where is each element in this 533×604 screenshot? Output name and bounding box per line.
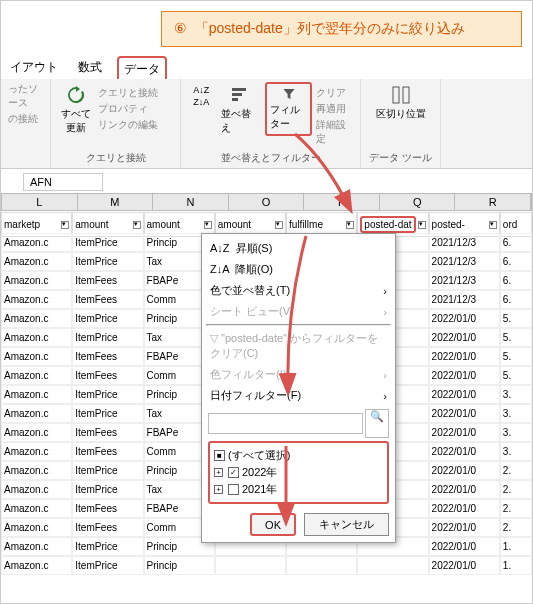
- cell[interactable]: 2022/01/0: [429, 461, 500, 480]
- cell[interactable]: 2022/01/0: [429, 366, 500, 385]
- cell[interactable]: 2.: [500, 461, 532, 480]
- cell[interactable]: 2.: [500, 499, 532, 518]
- cell[interactable]: 2022/01/0: [429, 537, 500, 556]
- cell[interactable]: Amazon.c: [1, 556, 72, 575]
- cell[interactable]: 3.: [500, 404, 532, 423]
- cell[interactable]: Amazon.c: [1, 442, 72, 461]
- search-icon[interactable]: 🔍: [365, 409, 389, 438]
- cell[interactable]: ItemFees: [72, 347, 143, 366]
- cell[interactable]: ItemFees: [72, 366, 143, 385]
- filter-dropdown-icon[interactable]: [133, 221, 141, 229]
- name-box[interactable]: AFN: [23, 173, 103, 191]
- cell[interactable]: 2022/01/0: [429, 556, 500, 575]
- cell[interactable]: ItemPrice: [72, 480, 143, 499]
- cell[interactable]: Amazon.c: [1, 290, 72, 309]
- cell[interactable]: Amazon.c: [1, 366, 72, 385]
- date-filter-item[interactable]: 日付フィルター(F)›: [206, 385, 391, 406]
- col-N[interactable]: N: [153, 194, 229, 210]
- clear-filter-link[interactable]: クリア: [316, 86, 353, 100]
- cell[interactable]: Amazon.c: [1, 499, 72, 518]
- cell[interactable]: ItemFees: [72, 499, 143, 518]
- cell[interactable]: 1.: [500, 537, 532, 556]
- cell[interactable]: 2022/01/0: [429, 518, 500, 537]
- cell[interactable]: 5.: [500, 309, 532, 328]
- expand-icon[interactable]: +: [214, 468, 223, 477]
- cell[interactable]: Amazon.c: [1, 423, 72, 442]
- cell[interactable]: Amazon.c: [1, 271, 72, 290]
- table-row[interactable]: Amazon.cItemPricePrincip2022/01/01.: [1, 556, 532, 575]
- col-P[interactable]: P: [304, 194, 380, 210]
- cell[interactable]: Amazon.c: [1, 328, 72, 347]
- check-2021[interactable]: +2021年: [214, 481, 383, 498]
- filter-dropdown-icon[interactable]: [346, 221, 354, 229]
- cell[interactable]: Amazon.c: [1, 347, 72, 366]
- text-to-columns-button[interactable]: 区切り位置: [368, 82, 433, 124]
- refresh-all-button[interactable]: すべて 更新: [58, 82, 94, 138]
- cell[interactable]: [286, 556, 357, 575]
- cell[interactable]: 3.: [500, 442, 532, 461]
- cell[interactable]: Amazon.c: [1, 309, 72, 328]
- sort-asc-item[interactable]: A↓Z 昇順(S): [206, 238, 391, 259]
- cell[interactable]: [215, 556, 286, 575]
- cell[interactable]: Amazon.c: [1, 404, 72, 423]
- reapply-link[interactable]: 再適用: [316, 102, 353, 116]
- cancel-button[interactable]: キャンセル: [304, 513, 389, 536]
- cell[interactable]: Amazon.c: [1, 385, 72, 404]
- cell[interactable]: Amazon.c: [1, 233, 72, 252]
- ok-button[interactable]: OK: [250, 513, 296, 536]
- cell[interactable]: 3.: [500, 385, 532, 404]
- cell[interactable]: 2022/01/0: [429, 347, 500, 366]
- cell[interactable]: 5.: [500, 366, 532, 385]
- col-R[interactable]: R: [455, 194, 531, 210]
- edit-links-link[interactable]: リンクの編集: [98, 118, 158, 132]
- cell[interactable]: ItemPrice: [72, 233, 143, 252]
- cell[interactable]: ItemPrice: [72, 385, 143, 404]
- cell[interactable]: 2022/01/0: [429, 404, 500, 423]
- cell[interactable]: 2022/01/0: [429, 499, 500, 518]
- cell[interactable]: 2022/01/0: [429, 423, 500, 442]
- cell[interactable]: Amazon.c: [1, 518, 72, 537]
- cell[interactable]: 2021/12/3: [429, 252, 500, 271]
- filter-dropdown-icon[interactable]: [489, 221, 497, 229]
- filter-button[interactable]: フィルター: [265, 82, 312, 136]
- cell[interactable]: ItemFees: [72, 442, 143, 461]
- cell[interactable]: ItemFees: [72, 271, 143, 290]
- col-L[interactable]: L: [2, 194, 78, 210]
- col-M[interactable]: M: [78, 194, 154, 210]
- cell[interactable]: 1.: [500, 556, 532, 575]
- cell[interactable]: 2022/01/0: [429, 309, 500, 328]
- sort-desc-item[interactable]: Z↓A 降順(O): [206, 259, 391, 280]
- cell[interactable]: Amazon.c: [1, 480, 72, 499]
- cell[interactable]: ItemFees: [72, 518, 143, 537]
- cell[interactable]: Amazon.c: [1, 537, 72, 556]
- cell[interactable]: 2022/01/0: [429, 442, 500, 461]
- filter-dropdown-icon[interactable]: [204, 221, 212, 229]
- cell[interactable]: 6.: [500, 271, 532, 290]
- cell[interactable]: 3.: [500, 423, 532, 442]
- cell[interactable]: [357, 556, 428, 575]
- sort-button[interactable]: 並べ替え: [218, 82, 261, 138]
- sort-asc-button[interactable]: A↓Z Z↓A: [188, 82, 214, 110]
- cell[interactable]: ItemFees: [72, 423, 143, 442]
- cell[interactable]: 2021/12/3: [429, 290, 500, 309]
- col-Q[interactable]: Q: [380, 194, 456, 210]
- check-2022[interactable]: +✓2022年: [214, 464, 383, 481]
- cell[interactable]: 2021/12/3: [429, 233, 500, 252]
- cell[interactable]: ItemPrice: [72, 309, 143, 328]
- cell[interactable]: 2021/12/3: [429, 271, 500, 290]
- cell[interactable]: 6.: [500, 252, 532, 271]
- check-select-all[interactable]: ■(すべて選択): [214, 447, 383, 464]
- expand-icon[interactable]: +: [214, 485, 223, 494]
- cell[interactable]: 2022/01/0: [429, 328, 500, 347]
- col-O[interactable]: O: [229, 194, 305, 210]
- cell[interactable]: ItemPrice: [72, 461, 143, 480]
- advanced-link[interactable]: 詳細設定: [316, 118, 353, 146]
- cell[interactable]: ItemPrice: [72, 556, 143, 575]
- query-conn-link[interactable]: クエリと接続: [98, 86, 158, 100]
- sort-by-color-item[interactable]: 色で並べ替え(T)›: [206, 280, 391, 301]
- properties-link[interactable]: プロパティ: [98, 102, 158, 116]
- cell[interactable]: ItemFees: [72, 290, 143, 309]
- cell[interactable]: 5.: [500, 347, 532, 366]
- cell[interactable]: 2.: [500, 480, 532, 499]
- cell[interactable]: ItemPrice: [72, 252, 143, 271]
